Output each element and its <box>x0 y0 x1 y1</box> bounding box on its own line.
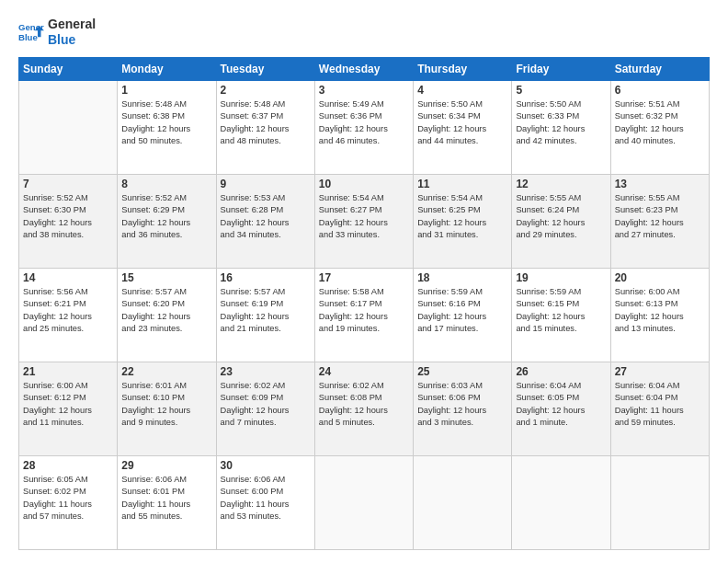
calendar-cell: 28Sunrise: 6:05 AM Sunset: 6:02 PM Dayli… <box>19 455 118 549</box>
week-row-3: 14Sunrise: 5:56 AM Sunset: 6:21 PM Dayli… <box>19 268 710 362</box>
calendar-cell: 26Sunrise: 6:04 AM Sunset: 6:05 PM Dayli… <box>512 362 610 455</box>
calendar-cell: 1Sunrise: 5:48 AM Sunset: 6:38 PM Daylig… <box>118 80 216 174</box>
calendar-cell: 30Sunrise: 6:06 AM Sunset: 6:00 PM Dayli… <box>216 455 314 549</box>
day-number: 4 <box>417 84 507 97</box>
calendar-cell <box>512 455 610 549</box>
day-number: 2 <box>221 84 311 97</box>
day-info: Sunrise: 5:57 AM Sunset: 6:19 PM Dayligh… <box>221 286 311 336</box>
calendar-cell: 19Sunrise: 5:59 AM Sunset: 6:15 PM Dayli… <box>512 268 610 362</box>
day-info: Sunrise: 5:58 AM Sunset: 6:17 PM Dayligh… <box>319 286 409 336</box>
col-header-friday: Friday <box>512 57 610 80</box>
day-number: 22 <box>121 365 211 378</box>
calendar-cell: 24Sunrise: 6:02 AM Sunset: 6:08 PM Dayli… <box>314 362 413 455</box>
day-number: 26 <box>516 365 606 378</box>
calendar-header-row: SundayMondayTuesdayWednesdayThursdayFrid… <box>19 57 710 80</box>
week-row-4: 21Sunrise: 6:00 AM Sunset: 6:12 PM Dayli… <box>19 362 710 455</box>
day-info: Sunrise: 5:52 AM Sunset: 6:30 PM Dayligh… <box>23 192 113 242</box>
day-number: 20 <box>615 271 705 284</box>
calendar-cell: 8Sunrise: 5:52 AM Sunset: 6:29 PM Daylig… <box>118 174 216 268</box>
day-info: Sunrise: 6:01 AM Sunset: 6:10 PM Dayligh… <box>121 380 211 430</box>
day-number: 16 <box>221 271 311 284</box>
calendar-cell: 10Sunrise: 5:54 AM Sunset: 6:27 PM Dayli… <box>314 174 413 268</box>
day-number: 27 <box>615 365 705 378</box>
day-info: Sunrise: 6:00 AM Sunset: 6:12 PM Dayligh… <box>23 380 113 430</box>
calendar-cell: 27Sunrise: 6:04 AM Sunset: 6:04 PM Dayli… <box>610 362 709 455</box>
day-number: 3 <box>319 84 409 97</box>
day-info: Sunrise: 5:56 AM Sunset: 6:21 PM Dayligh… <box>23 286 113 336</box>
day-number: 9 <box>221 178 311 190</box>
calendar-cell: 22Sunrise: 6:01 AM Sunset: 6:10 PM Dayli… <box>118 362 216 455</box>
calendar-cell: 15Sunrise: 5:57 AM Sunset: 6:20 PM Dayli… <box>118 268 216 362</box>
calendar-cell: 4Sunrise: 5:50 AM Sunset: 6:34 PM Daylig… <box>414 80 512 174</box>
day-number: 5 <box>516 84 606 97</box>
day-number: 23 <box>221 365 311 378</box>
day-number: 11 <box>417 178 507 190</box>
day-number: 15 <box>121 271 211 284</box>
day-info: Sunrise: 5:55 AM Sunset: 6:24 PM Dayligh… <box>516 192 606 242</box>
day-number: 25 <box>417 365 507 378</box>
page: General Blue General Blue SundayMondayTu… <box>0 0 728 563</box>
day-info: Sunrise: 5:54 AM Sunset: 6:25 PM Dayligh… <box>417 192 507 242</box>
day-info: Sunrise: 5:50 AM Sunset: 6:34 PM Dayligh… <box>417 98 507 148</box>
day-info: Sunrise: 6:02 AM Sunset: 6:08 PM Dayligh… <box>319 380 409 430</box>
day-info: Sunrise: 5:50 AM Sunset: 6:33 PM Dayligh… <box>516 98 606 148</box>
day-info: Sunrise: 5:54 AM Sunset: 6:27 PM Dayligh… <box>319 192 409 242</box>
day-info: Sunrise: 5:48 AM Sunset: 6:38 PM Dayligh… <box>121 98 211 148</box>
calendar-cell <box>314 455 413 549</box>
calendar-cell: 9Sunrise: 5:53 AM Sunset: 6:28 PM Daylig… <box>216 174 314 268</box>
day-info: Sunrise: 5:57 AM Sunset: 6:20 PM Dayligh… <box>121 286 211 336</box>
week-row-5: 28Sunrise: 6:05 AM Sunset: 6:02 PM Dayli… <box>19 455 710 549</box>
day-number: 18 <box>417 271 507 284</box>
calendar-cell: 7Sunrise: 5:52 AM Sunset: 6:30 PM Daylig… <box>19 174 118 268</box>
col-header-monday: Monday <box>118 57 216 80</box>
header: General Blue General Blue <box>18 17 710 48</box>
calendar-cell: 20Sunrise: 6:00 AM Sunset: 6:13 PM Dayli… <box>610 268 709 362</box>
calendar-cell <box>19 80 118 174</box>
week-row-1: 1Sunrise: 5:48 AM Sunset: 6:38 PM Daylig… <box>19 80 710 174</box>
calendar-cell: 21Sunrise: 6:00 AM Sunset: 6:12 PM Dayli… <box>19 362 118 455</box>
calendar-table: SundayMondayTuesdayWednesdayThursdayFrid… <box>18 57 710 550</box>
calendar-cell: 25Sunrise: 6:03 AM Sunset: 6:06 PM Dayli… <box>414 362 512 455</box>
calendar-cell: 16Sunrise: 5:57 AM Sunset: 6:19 PM Dayli… <box>216 268 314 362</box>
logo-blue: Blue <box>48 32 96 48</box>
calendar-cell: 14Sunrise: 5:56 AM Sunset: 6:21 PM Dayli… <box>19 268 118 362</box>
day-info: Sunrise: 6:05 AM Sunset: 6:02 PM Dayligh… <box>23 474 113 523</box>
day-number: 14 <box>23 271 113 284</box>
calendar-cell <box>414 455 512 549</box>
day-info: Sunrise: 5:48 AM Sunset: 6:37 PM Dayligh… <box>221 98 311 148</box>
day-info: Sunrise: 5:59 AM Sunset: 6:15 PM Dayligh… <box>516 286 606 336</box>
col-header-wednesday: Wednesday <box>314 57 413 80</box>
calendar-cell: 6Sunrise: 5:51 AM Sunset: 6:32 PM Daylig… <box>610 80 709 174</box>
calendar-cell: 5Sunrise: 5:50 AM Sunset: 6:33 PM Daylig… <box>512 80 610 174</box>
calendar-cell: 23Sunrise: 6:02 AM Sunset: 6:09 PM Dayli… <box>216 362 314 455</box>
day-info: Sunrise: 6:00 AM Sunset: 6:13 PM Dayligh… <box>615 286 705 336</box>
day-info: Sunrise: 6:02 AM Sunset: 6:09 PM Dayligh… <box>221 380 311 430</box>
calendar-cell: 11Sunrise: 5:54 AM Sunset: 6:25 PM Dayli… <box>414 174 512 268</box>
day-number: 1 <box>121 84 211 97</box>
day-info: Sunrise: 6:04 AM Sunset: 6:05 PM Dayligh… <box>516 380 606 430</box>
day-number: 8 <box>121 178 211 190</box>
day-number: 13 <box>615 178 705 190</box>
col-header-tuesday: Tuesday <box>216 57 314 80</box>
logo-icon: General Blue <box>18 19 44 45</box>
day-info: Sunrise: 6:04 AM Sunset: 6:04 PM Dayligh… <box>615 380 705 430</box>
day-info: Sunrise: 6:03 AM Sunset: 6:06 PM Dayligh… <box>417 380 507 430</box>
calendar-cell <box>610 455 709 549</box>
logo: General Blue General Blue <box>18 17 96 48</box>
day-number: 17 <box>319 271 409 284</box>
day-number: 28 <box>23 459 113 472</box>
day-number: 21 <box>23 365 113 378</box>
day-number: 12 <box>516 178 606 190</box>
calendar-cell: 2Sunrise: 5:48 AM Sunset: 6:37 PM Daylig… <box>216 80 314 174</box>
day-number: 10 <box>319 178 409 190</box>
week-row-2: 7Sunrise: 5:52 AM Sunset: 6:30 PM Daylig… <box>19 174 710 268</box>
calendar-cell: 17Sunrise: 5:58 AM Sunset: 6:17 PM Dayli… <box>314 268 413 362</box>
col-header-thursday: Thursday <box>414 57 512 80</box>
svg-text:Blue: Blue <box>18 32 38 42</box>
col-header-saturday: Saturday <box>610 57 709 80</box>
calendar-cell: 3Sunrise: 5:49 AM Sunset: 6:36 PM Daylig… <box>314 80 413 174</box>
logo-general: General <box>48 17 96 32</box>
calendar-cell: 18Sunrise: 5:59 AM Sunset: 6:16 PM Dayli… <box>414 268 512 362</box>
day-info: Sunrise: 5:55 AM Sunset: 6:23 PM Dayligh… <box>615 192 705 242</box>
day-info: Sunrise: 5:51 AM Sunset: 6:32 PM Dayligh… <box>615 98 705 148</box>
